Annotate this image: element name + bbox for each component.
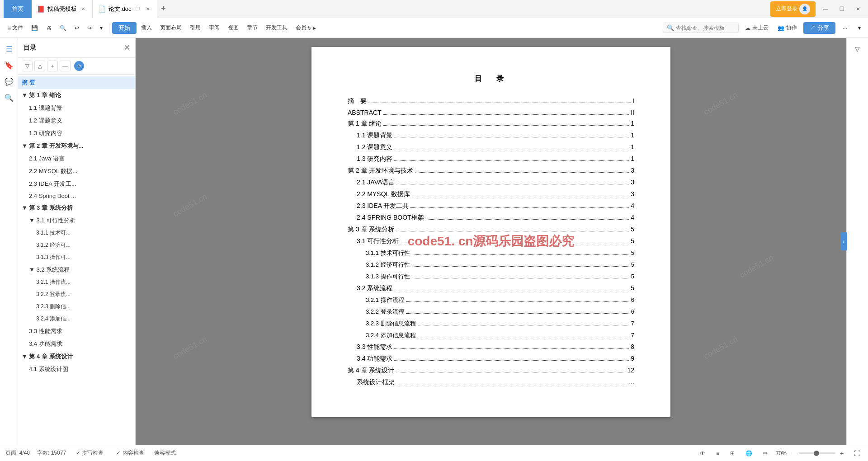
view-read-btn[interactable]: 👁 bbox=[697, 449, 708, 458]
view-web-btn[interactable]: 🌐 bbox=[743, 449, 755, 458]
zoom-out-button[interactable]: — bbox=[788, 449, 797, 458]
collaborate-button[interactable]: 👥 协作 bbox=[775, 23, 800, 33]
menu-member[interactable]: 会员专 ▸ bbox=[292, 22, 320, 33]
zoom-level: 70% bbox=[776, 450, 787, 456]
toolbar-dropdown[interactable]: ▾ bbox=[96, 23, 106, 33]
toc-item-3-3[interactable]: 3.3 性能需求 bbox=[18, 325, 135, 338]
toc-entry-3-2-4: 3.2.4 添加信息流程 7 bbox=[348, 331, 634, 339]
search-input[interactable] bbox=[676, 25, 735, 31]
watermark-5: code51.cn bbox=[171, 334, 208, 362]
toc-collapse-all[interactable]: △ bbox=[34, 61, 45, 71]
save-icon: 💾 bbox=[31, 25, 38, 31]
restore-button[interactable]: ❐ bbox=[835, 3, 848, 15]
spell-check-btn[interactable]: ✓ 拼写检查 bbox=[73, 448, 106, 458]
toc-item-3-2-3[interactable]: 3.2.3 删除信... bbox=[18, 301, 135, 313]
login-label: 立即登录 bbox=[776, 5, 797, 13]
watermark-4: code51.cn bbox=[738, 253, 775, 280]
toc-item-3-1-1[interactable]: 3.1.1 技术可... bbox=[18, 227, 135, 239]
toc-remove-item[interactable]: — bbox=[60, 61, 71, 71]
toolbar-undo[interactable]: ↩ bbox=[71, 23, 83, 33]
toc-item-2-2[interactable]: 2.2 MYSQL 数据... bbox=[18, 165, 135, 178]
doc-area[interactable]: code51.cn code51.cn code51.cn code51.cn … bbox=[136, 38, 846, 445]
toc-item-3-4[interactable]: 3.4 功能需求 bbox=[18, 338, 135, 350]
toc-item-3-2[interactable]: ▼ 3.2 系统流程 bbox=[18, 263, 135, 276]
menu-chapter[interactable]: 章节 bbox=[243, 22, 261, 33]
toc-item-3-2-1[interactable]: 3.2.1 操作流... bbox=[18, 276, 135, 288]
tab-doc-label: 论文.doc bbox=[108, 5, 132, 13]
bookmark-icon: 🔖 bbox=[5, 61, 14, 70]
toolbar-preview[interactable]: 🔍 bbox=[56, 23, 70, 33]
toc-entry-2-3: 2.3 IDEA 开发工具 4 bbox=[348, 202, 634, 210]
toc-item-2-3[interactable]: 2.3 IDEA 开发工... bbox=[18, 178, 135, 190]
toc-entry-2-4: 2.4 SPRING BOOT框架 4 bbox=[348, 214, 634, 222]
menu-view[interactable]: 视图 bbox=[224, 22, 242, 33]
content-check-btn[interactable]: ✓ 内容检查 bbox=[113, 448, 146, 458]
sidebar-outline-btn[interactable]: ☰ bbox=[2, 42, 16, 56]
toolbar-print[interactable]: 🖨 bbox=[42, 23, 55, 33]
toolbar-save[interactable]: 💾 bbox=[28, 23, 42, 33]
search-box[interactable]: 🔍 bbox=[663, 23, 739, 33]
toc-item-2-4[interactable]: 2.4 Spring Boot ... bbox=[18, 190, 135, 202]
toc-item-3-2-4[interactable]: 3.2.4 添加信... bbox=[18, 313, 135, 325]
tab-doc[interactable]: 📄 论文.doc ❐ ✕ bbox=[93, 0, 157, 18]
toc-entry-3-2-3: 3.2.3 删除信息流程 7 bbox=[348, 320, 634, 328]
toc-item-3-2-2[interactable]: 3.2.2 登录流... bbox=[18, 288, 135, 301]
menu-reference[interactable]: 引用 bbox=[186, 22, 204, 33]
sidebar-bookmark-btn[interactable]: 🔖 bbox=[2, 58, 16, 72]
share-button[interactable]: ↗ 分享 bbox=[803, 22, 835, 34]
toc-item-ch1[interactable]: ▼ 第 1 章 绪论 bbox=[18, 89, 135, 102]
menu-layout[interactable]: 页面布局 bbox=[156, 22, 185, 33]
sidebar-search-btn[interactable]: 🔍 bbox=[2, 90, 16, 105]
icon-sidebar: ☰ 🔖 💬 🔍 bbox=[0, 38, 18, 445]
more-button[interactable]: ··· bbox=[839, 23, 851, 33]
toc-content: 摘 要 ▼ 第 1 章 绪论 1.1 课题背景 1.2 课题意义 1.3 研究内… bbox=[18, 75, 135, 445]
toc-expand-all[interactable]: ▽ bbox=[22, 61, 33, 71]
tab-template[interactable]: 📕 找稿壳模板 ✕ bbox=[32, 0, 93, 18]
cloud-sync[interactable]: ☁ 未上云 bbox=[742, 23, 771, 33]
member-chevron: ▸ bbox=[313, 25, 316, 31]
toc-item-ch4[interactable]: ▼ 第 4 章 系统设计 bbox=[18, 350, 135, 363]
menu-devtools[interactable]: 开发工具 bbox=[262, 22, 291, 33]
cloud-icon: ☁ bbox=[745, 25, 750, 31]
view-doc-btn[interactable]: ≡ bbox=[713, 449, 722, 458]
minimize-button[interactable]: — bbox=[819, 3, 832, 15]
menu-review[interactable]: 审阅 bbox=[205, 22, 223, 33]
toc-item-abstract[interactable]: 摘 要 bbox=[18, 76, 135, 89]
expand-button[interactable]: ▾ bbox=[854, 23, 864, 33]
toc-close-button[interactable]: ✕ bbox=[124, 43, 130, 52]
tab-home[interactable]: 首页 bbox=[4, 0, 32, 18]
login-button[interactable]: 立即登录 👤 bbox=[770, 1, 816, 17]
tab-doc-close[interactable]: ✕ bbox=[144, 5, 151, 13]
menu-insert[interactable]: 插入 bbox=[137, 22, 156, 33]
toolbar-redo[interactable]: ↪ bbox=[84, 23, 95, 33]
toc-entry-3-1-1: 3.1.1 技术可行性 5 bbox=[348, 249, 634, 257]
toc-sync-button[interactable]: ⟳ bbox=[74, 61, 84, 71]
print-icon: 🖨 bbox=[46, 25, 52, 31]
view-edit-btn[interactable]: ✏ bbox=[760, 449, 770, 458]
toc-item-1-2[interactable]: 1.2 课题意义 bbox=[18, 114, 135, 127]
toc-item-3-1-2[interactable]: 3.1.2 经济可... bbox=[18, 239, 135, 251]
close-button[interactable]: ✕ bbox=[852, 3, 864, 15]
zoom-slider[interactable] bbox=[799, 452, 835, 454]
menu-start[interactable]: 开始 bbox=[112, 22, 137, 34]
filter-button[interactable]: ▽ bbox=[850, 42, 865, 56]
toc-item-3-1-3[interactable]: 3.1.3 操作可... bbox=[18, 251, 135, 263]
tab-doc-restore[interactable]: ❐ bbox=[134, 5, 142, 13]
toc-item-3-1[interactable]: ▼ 3.1 可行性分析 bbox=[18, 214, 135, 227]
toc-item-ch2[interactable]: ▼ 第 2 章 开发环境与... bbox=[18, 140, 135, 152]
toc-item-ch3[interactable]: ▼ 第 3 章 系统分析 bbox=[18, 202, 135, 214]
zoom-in-button[interactable]: + bbox=[837, 449, 846, 458]
fullscreen-button[interactable]: ⛶ bbox=[852, 448, 863, 459]
view-grid-btn[interactable]: ⊞ bbox=[727, 449, 737, 458]
share-icon: ↗ bbox=[810, 24, 816, 31]
toc-item-1-1[interactable]: 1.1 课题背景 bbox=[18, 102, 135, 114]
toc-add-item[interactable]: ＋ bbox=[47, 61, 58, 71]
toc-item-2-1[interactable]: 2.1 Java 语言 bbox=[18, 152, 135, 165]
toc-item-1-3[interactable]: 1.3 研究内容 bbox=[18, 127, 135, 140]
menu-file[interactable]: ≡ 文件 bbox=[4, 22, 27, 33]
right-panel-collapse[interactable]: › bbox=[840, 232, 847, 250]
sidebar-comment-btn[interactable]: 💬 bbox=[2, 74, 16, 89]
toc-item-4-1[interactable]: 4.1 系统设计图 bbox=[18, 363, 135, 376]
new-tab-button[interactable]: + bbox=[157, 3, 170, 15]
tab-template-close[interactable]: ✕ bbox=[80, 5, 87, 13]
